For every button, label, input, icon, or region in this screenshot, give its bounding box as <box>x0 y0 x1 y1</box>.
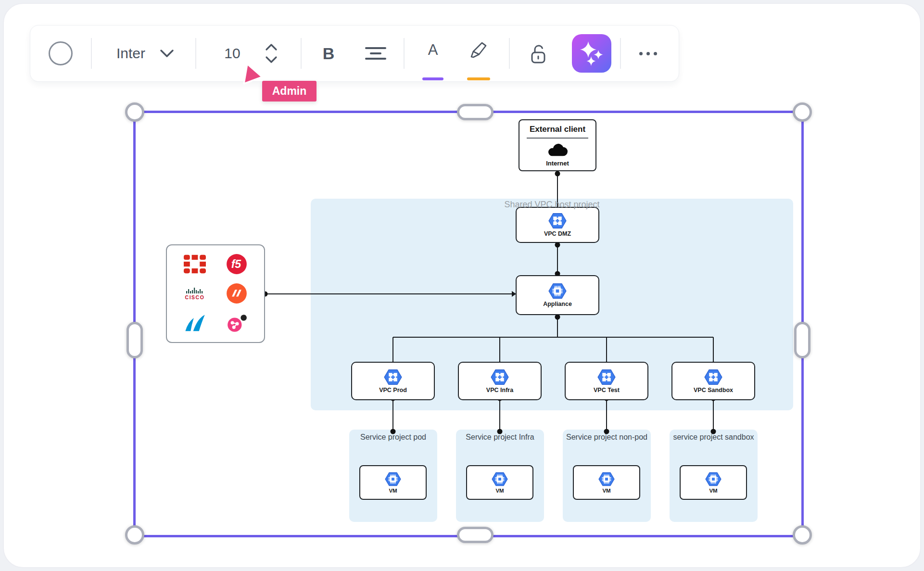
appliance-node[interactable]: Appliance <box>516 275 599 315</box>
vpc-prod-node[interactable]: VPC Prod <box>351 362 435 400</box>
internet-cloud-icon <box>547 140 568 159</box>
gcp-vpc-icon <box>704 369 722 385</box>
collaborator-cursor-icon <box>238 62 265 87</box>
lock-button[interactable] <box>528 43 549 65</box>
toolbar-divider <box>404 38 405 69</box>
app-canvas: Inter 10 B A <box>0 0 924 571</box>
font-family-chevron-down-icon[interactable] <box>159 48 175 59</box>
cisco-logo-icon: CISCO <box>183 286 206 301</box>
vm-node[interactable]: VM <box>466 465 533 500</box>
font-size-increase-icon[interactable] <box>264 43 278 51</box>
font-family-selector[interactable]: Inter <box>100 25 162 81</box>
external-client-title: External client <box>530 125 585 134</box>
barracuda-logo-icon <box>183 314 206 333</box>
gcp-vpc-icon <box>491 369 509 385</box>
svg-text:f5: f5 <box>231 258 241 270</box>
vpc-sandbox-label: VPC Sandbox <box>694 387 733 393</box>
vpc-test-label: VPC Test <box>594 387 620 393</box>
gcp-compute-icon <box>385 472 401 486</box>
vpc-infra-node[interactable]: VPC Infra <box>458 362 542 400</box>
collaborator-name-badge: Admin <box>262 81 316 102</box>
vm-label: VM <box>495 488 504 494</box>
vpc-dmz-label: VPC DMZ <box>544 230 571 237</box>
highlighter-icon <box>468 41 489 58</box>
more-icon <box>639 52 643 55</box>
external-client-node[interactable]: External client Internet <box>519 119 596 171</box>
vpc-prod-label: VPC Prod <box>379 387 407 393</box>
ai-assistant-button[interactable] <box>572 34 611 73</box>
vm-label: VM <box>602 488 610 494</box>
selection-handle-top-right[interactable] <box>793 102 812 122</box>
vpc-infra-label: VPC Infra <box>486 387 513 393</box>
text-align-button[interactable] <box>365 47 386 60</box>
gcp-compute-icon <box>705 472 721 486</box>
highlight-color-swatch <box>467 77 490 80</box>
internet-label: Internet <box>546 160 569 167</box>
vendor-logos-node[interactable]: f5 CISCO <box>166 244 265 343</box>
sparkles-icon <box>578 39 606 67</box>
selection-handle-top[interactable] <box>457 104 494 120</box>
gcp-vpc-icon <box>384 369 402 385</box>
selection-handle-left[interactable] <box>127 322 143 358</box>
text-color-swatch <box>422 77 443 80</box>
check-point-logo-icon <box>226 313 248 333</box>
gcp-vpc-icon <box>597 369 616 385</box>
bold-label: B <box>323 44 335 63</box>
shared-vpc-host-project-label: Shared VPC host project <box>311 200 793 210</box>
format-toolbar: Inter 10 B A <box>30 25 679 82</box>
vpc-dmz-node[interactable]: VPC DMZ <box>516 207 599 243</box>
vm-node[interactable]: VM <box>359 465 427 500</box>
f5-logo-icon: f5 <box>226 254 247 275</box>
vpc-sandbox-node[interactable]: VPC Sandbox <box>671 362 755 400</box>
font-size-decrease-icon[interactable] <box>264 55 278 64</box>
highlight-color-button[interactable] <box>467 38 490 69</box>
selection-handle-top-left[interactable] <box>125 102 144 122</box>
gcp-compute-icon <box>548 283 567 299</box>
selection-handle-bottom-right[interactable] <box>793 525 812 545</box>
selection-handle-bottom-left[interactable] <box>125 525 144 545</box>
gcp-vpc-icon <box>548 213 567 229</box>
shape-style-button[interactable] <box>49 41 73 65</box>
more-options-button[interactable] <box>634 25 661 81</box>
font-size-value: 10 <box>224 45 240 62</box>
toolbar-divider <box>91 38 92 69</box>
vpc-test-node[interactable]: VPC Test <box>565 362 648 400</box>
text-color-label: A <box>428 41 438 59</box>
unlock-icon <box>529 43 548 64</box>
toolbar-divider <box>509 38 510 69</box>
appliance-label: Appliance <box>543 301 572 307</box>
selection-handle-right[interactable] <box>794 322 810 358</box>
svg-text:CISCO: CISCO <box>185 294 204 300</box>
palo-alto-networks-logo-icon <box>226 283 247 304</box>
vm-label: VM <box>389 488 397 494</box>
toolbar-divider <box>620 38 621 69</box>
fortinet-logo-icon <box>184 254 206 274</box>
gcp-compute-icon <box>492 472 508 486</box>
vm-node[interactable]: VM <box>573 465 640 500</box>
gcp-compute-icon <box>598 472 615 486</box>
selection-handle-bottom[interactable] <box>457 527 494 543</box>
text-color-button[interactable]: A <box>422 38 443 69</box>
vm-node[interactable]: VM <box>680 465 747 500</box>
toolbar-divider <box>301 38 302 69</box>
divider <box>527 138 588 139</box>
font-family-value: Inter <box>116 45 145 62</box>
vm-label: VM <box>709 488 717 494</box>
bold-button[interactable]: B <box>318 25 339 81</box>
toolbar-divider <box>195 38 196 69</box>
